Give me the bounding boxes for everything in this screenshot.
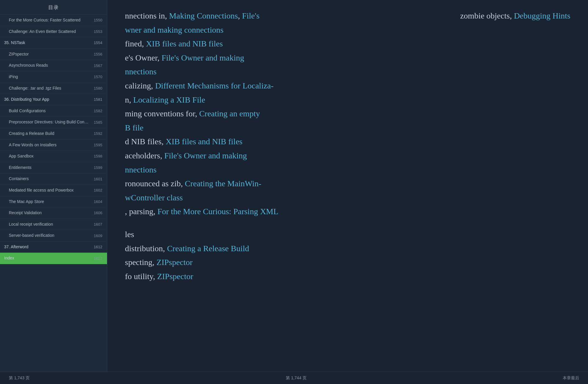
toc-page: 1556 xyxy=(92,52,102,56)
content-link[interactable]: ZIPspector xyxy=(157,272,193,281)
toc-item[interactable]: For the More Curious: Faster Scattered15… xyxy=(0,15,107,26)
toc-label: A Few Words on Installers xyxy=(9,142,89,148)
toc-page: 1602 xyxy=(92,188,102,192)
toc-page: 1580 xyxy=(92,86,102,90)
content-link[interactable]: For the More Curious: Parsing XML xyxy=(157,207,278,216)
toc-label: Challenge: .tar and .tgz Files xyxy=(9,85,89,91)
toc-label: Asynchronous Reads xyxy=(9,63,89,68)
toc-item[interactable]: 37. Afterword1612 xyxy=(0,242,107,253)
toc-item[interactable]: Build Configurations1582 xyxy=(0,105,107,117)
content-link[interactable]: B file xyxy=(125,123,143,132)
toc-page: 1585 xyxy=(92,120,102,125)
toc-item[interactable]: iPing1570 xyxy=(0,71,107,83)
content-link[interactable]: ZIPspector xyxy=(156,258,193,267)
content-link[interactable]: wController class xyxy=(125,193,183,202)
toc-item[interactable]: Server-based verification1609 xyxy=(0,230,107,242)
toc-item[interactable]: A Few Words on Installers1595 xyxy=(0,140,107,151)
toc-page: 1550 xyxy=(92,18,102,22)
toc-item[interactable]: Containers1601 xyxy=(0,173,107,185)
sidebar-items: For the More Curious: Faster Scattered15… xyxy=(0,15,107,384)
toc-item[interactable]: 36. Distributing Your App1581 xyxy=(0,94,107,105)
right-column: zombie objects, Debugging Hints xyxy=(460,9,570,23)
content-link[interactable]: XIB files and NIB files xyxy=(166,137,242,146)
toc-item[interactable]: 35. NSTask1554 xyxy=(0,37,107,49)
toc-page: 1582 xyxy=(92,109,102,113)
footer-right: 本章最后 xyxy=(563,375,579,381)
toc-label: Receipt Validation xyxy=(9,210,89,216)
toc-label: Local receipt verification xyxy=(9,222,89,227)
toc-item[interactable]: Preprocessor Directives: Using Build Con… xyxy=(0,117,107,128)
content-text: nnections in, Making Connections, File's… xyxy=(125,9,570,283)
right-col-link[interactable]: Debugging Hints xyxy=(514,11,570,20)
content-link[interactable]: XIB files and NIB files xyxy=(146,39,223,48)
footer-center: 第 1,744 页 xyxy=(286,375,307,381)
toc-label: Build Configurations xyxy=(9,108,89,114)
toc-page: 1599 xyxy=(92,165,102,170)
toc-label: Containers xyxy=(9,176,89,182)
content-link[interactable]: Creating an empty xyxy=(199,109,260,118)
toc-page: 1606 xyxy=(92,211,102,215)
toc-label: Entitlements xyxy=(9,165,89,171)
toc-label: The Mac App Store xyxy=(9,199,89,205)
toc-label: 37. Afterword xyxy=(4,244,89,250)
toc-label: Challenge: An Even Better Scattered xyxy=(9,29,89,35)
content-link[interactable]: File's xyxy=(242,11,260,20)
toc-page: 1598 xyxy=(92,154,102,158)
toc-item[interactable]: Entitlements1599 xyxy=(0,162,107,174)
toc-item[interactable]: Local receipt verification1607 xyxy=(0,219,107,230)
toc-label: For the More Curious: Faster Scattered xyxy=(9,17,89,23)
sidebar: 目录 For the More Curious: Faster Scattere… xyxy=(0,0,107,384)
content-link[interactable]: File's Owner and making xyxy=(161,53,244,62)
toc-page: 1554 xyxy=(92,41,102,45)
toc-label: Index xyxy=(4,255,89,261)
content-link[interactable]: nnections xyxy=(125,165,156,174)
toc-page: 1612 xyxy=(92,245,102,249)
content-link[interactable]: nnections xyxy=(125,67,156,76)
toc-page: 1581 xyxy=(92,97,102,102)
toc-page: 1609 xyxy=(92,234,102,238)
toc-item[interactable]: Mediated file access and Powerbox1602 xyxy=(0,185,107,196)
content-link[interactable]: File's Owner and making xyxy=(164,151,247,160)
toc-label: 36. Distributing Your App xyxy=(4,97,89,103)
toc-item[interactable]: Challenge: .tar and .tgz Files1580 xyxy=(0,83,107,94)
toc-item[interactable]: Challenge: An Even Better Scattered1553 xyxy=(0,26,107,38)
toc-page: 1553 xyxy=(92,29,102,34)
content-link[interactable]: Different Mechanisms for Localiza- xyxy=(155,81,274,90)
toc-item[interactable]: Receipt Validation1606 xyxy=(0,207,107,219)
toc-item[interactable]: ZIPspector1556 xyxy=(0,49,107,60)
toc-page: 1607 xyxy=(92,222,102,227)
toc-item[interactable]: The Mac App Store1604 xyxy=(0,196,107,208)
toc-item[interactable]: App Sandbox1598 xyxy=(0,151,107,162)
toc-label: 35. NSTask xyxy=(4,40,89,46)
toc-label: iPing xyxy=(9,74,89,80)
toc-page: 1601 xyxy=(92,177,102,181)
toc-item[interactable]: Creating a Release Build1592 xyxy=(0,128,107,140)
toc-page: 1595 xyxy=(92,143,102,147)
toc-label: Creating a Release Build xyxy=(9,131,89,137)
footer-left: 第 1,743 页 xyxy=(9,375,30,381)
toc-page: 1592 xyxy=(92,131,102,136)
toc-page: 1617 xyxy=(92,256,102,261)
toc-item[interactable]: Index1617 xyxy=(0,253,107,264)
toc-page: 1570 xyxy=(92,75,102,79)
content-link[interactable]: Making Connections xyxy=(169,11,238,20)
toc-page: 1567 xyxy=(92,63,102,68)
bottom-bar: 第 1,743 页 第 1,744 页 本章最后 xyxy=(0,372,588,384)
toc-label: Server-based verification xyxy=(9,233,89,239)
sidebar-header: 目录 xyxy=(0,0,107,15)
toc-label: Preprocessor Directives: Using Build Con… xyxy=(9,119,89,125)
toc-label: ZIPspector xyxy=(9,51,89,57)
content-link[interactable]: Localizing a XIB File xyxy=(133,95,205,104)
content-link[interactable]: Creating the MainWin- xyxy=(185,179,261,188)
toc-label: Mediated file access and Powerbox xyxy=(9,187,89,193)
content-link[interactable]: Creating a Release Build xyxy=(167,244,249,253)
content-link[interactable]: wner and making connections xyxy=(125,25,223,34)
toc-page: 1604 xyxy=(92,199,102,204)
toc-label: App Sandbox xyxy=(9,153,89,159)
toc-item[interactable]: Asynchronous Reads1567 xyxy=(0,60,107,71)
content-area: nnections in, Making Connections, File's… xyxy=(107,0,588,384)
